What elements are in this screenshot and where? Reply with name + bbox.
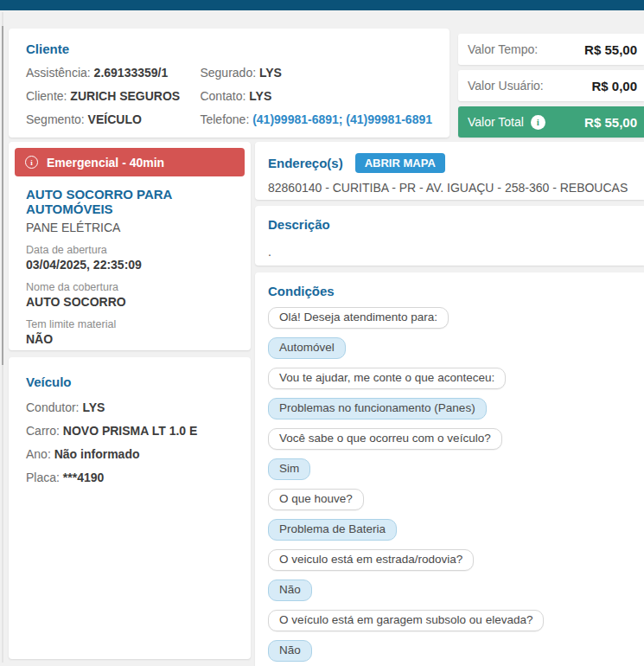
chat-bubble: Sim — [268, 458, 310, 480]
field-value: 2.69133359/1 — [94, 66, 169, 80]
field-row: Contato: LYS — [200, 85, 432, 108]
cliente-fields-right: Segurado: LYS Contato: LYS Telefone: (41… — [200, 61, 432, 131]
veiculo-card-title: Veículo — [26, 375, 233, 389]
field-value[interactable]: LYS — [259, 66, 282, 80]
field-row: Assistência: 2.69133359/1 — [26, 61, 200, 85]
descricao-card-title: Descrição — [268, 217, 631, 232]
chat-bubble: Não — [268, 580, 312, 601]
detail-value: AUTO SOCORRO — [26, 295, 233, 309]
chat-bubble: Você sabe o que ocorreu com o veículo? — [268, 428, 502, 450]
chat-bubble-row: Problemas no funcionamento (Panes) — [268, 398, 631, 419]
service-detail: Tem limite material NÃO — [26, 318, 233, 346]
field-row: Cliente: ZURICH SEGUROS — [26, 85, 200, 108]
field-value: ZURICH SEGUROS — [70, 89, 180, 103]
valor-value: R$ 0,00 — [591, 79, 637, 93]
emergency-banner-label: Emergencial - 40min — [47, 156, 164, 170]
detail-value: 03/04/2025, 22:35:09 — [26, 258, 233, 272]
info-icon[interactable]: i — [25, 156, 38, 169]
endereco-card: Endereço(s) ABRIR MAPA 82860140 - CURITI… — [255, 142, 644, 200]
field-label: Carro: — [26, 424, 60, 438]
valor-row: Valor Tempo: R$ 55,00 — [458, 34, 644, 65]
chat-bubble-row: Olá! Deseja atendimento para: — [268, 307, 631, 329]
veiculo-fields: Condutor: LYS Carro: NOVO PRISMA LT 1.0 … — [26, 396, 233, 490]
chat-bubble-row: O veículo está em garagem subsolo ou ele… — [268, 610, 631, 631]
veiculo-card: Veículo Condutor: LYS Carro: NOVO PRISMA… — [9, 357, 251, 659]
field-value[interactable]: (41)99981-6891; (41)99981-6891 — [252, 112, 432, 126]
info-icon[interactable]: i — [531, 115, 545, 130]
chat-bubble-row: O que houve? — [268, 489, 631, 510]
endereco-card-title: Endereço(s) — [268, 156, 343, 170]
valores-panel: Valor Tempo: R$ 55,00 Valor Usuário: R$ … — [458, 34, 644, 143]
field-row: Condutor: LYS — [26, 396, 233, 419]
chat-bubble: Problema de Bateria — [268, 519, 397, 541]
field-label: Contato: — [200, 89, 245, 103]
chat-bubble: Problemas no funcionamento (Panes) — [268, 398, 487, 419]
service-body: AUTO SOCORRO PARA AUTOMÓVEIS PANE ELÉTRI… — [9, 176, 251, 383]
field-row: Segurado: LYS — [200, 61, 432, 85]
field-row: Telefone: (41)99981-6891; (41)99981-6891 — [200, 108, 432, 131]
valor-label: Valor Tempo: — [468, 42, 538, 56]
valor-total-row: Valor Total i R$ 55,00 — [458, 106, 644, 138]
emergency-banner: i Emergencial - 40min — [15, 148, 245, 176]
cliente-card-title: Cliente — [26, 42, 432, 56]
service-card: i Emergencial - 40min AUTO SOCORRO PARA … — [9, 142, 251, 350]
valor-total-label: Valor Total — [468, 115, 524, 129]
chat-bubble-row: Sim — [268, 458, 631, 480]
chat-bubble: Olá! Deseja atendimento para: — [268, 307, 449, 329]
descricao-text: . — [268, 245, 631, 259]
field-label: Telefone: — [200, 112, 249, 126]
service-title: AUTO SOCORRO PARA AUTOMÓVEIS — [26, 187, 233, 216]
service-subtitle: PANE ELÉTRICA — [26, 221, 233, 234]
service-detail: Data de abertura 03/04/2025, 22:35:09 — [26, 244, 233, 272]
field-value: NOVO PRISMA LT 1.0 E — [63, 424, 198, 438]
field-label: Assistência: — [26, 66, 91, 80]
left-scrollbar-thumb[interactable] — [2, 26, 3, 365]
detail-label: Data de abertura — [26, 244, 233, 256]
condicoes-card-title: Condições — [268, 284, 631, 298]
abrir-mapa-button[interactable]: ABRIR MAPA — [355, 153, 445, 173]
left-scrollbar-track[interactable] — [2, 12, 3, 663]
top-navbar — [0, 0, 644, 10]
valor-label: Valor Usuário: — [468, 79, 544, 93]
chat-bubble-row: Você sabe o que ocorreu com o veículo? — [268, 428, 631, 450]
chat-bubble: Vou te ajudar, me conte o que aconteceu: — [268, 368, 506, 389]
field-label: Cliente: — [26, 89, 67, 103]
field-label: Segurado: — [200, 66, 256, 80]
detail-label: Tem limite material — [26, 318, 233, 330]
service-detail: Nome da cobertura AUTO SOCORRO — [26, 281, 233, 309]
chat-bubble-row: Problema de Bateria — [268, 519, 631, 541]
chat-bubble: O veiculo está em estrada/rodovia? — [268, 549, 474, 571]
field-row: Ano: Não informado — [26, 443, 233, 466]
field-value: VEÍCULO — [88, 112, 142, 126]
valor-total-value: R$ 55,00 — [584, 115, 637, 130]
field-row: Placa: ***4190 — [26, 466, 233, 490]
address-text: 82860140 - CURITIBA - PR - AV. IGUAÇU - … — [268, 181, 631, 195]
chat-bubble: O veículo está em garagem subsolo ou ele… — [268, 610, 544, 631]
condicoes-messages: Olá! Deseja atendimento para: Automóvel … — [268, 307, 631, 662]
chat-bubble-row: Vou te ajudar, me conte o que aconteceu: — [268, 368, 631, 389]
chat-bubble: Não — [268, 640, 312, 662]
chat-bubble: O que houve? — [268, 489, 364, 510]
chat-bubble-row: O veiculo está em estrada/rodovia? — [268, 549, 631, 571]
chat-bubble-row: Não — [268, 640, 631, 662]
field-row: Carro: NOVO PRISMA LT 1.0 E — [26, 419, 233, 443]
field-label: Ano: — [26, 447, 51, 461]
cliente-card: Cliente Assistência: 2.69133359/1 Client… — [9, 29, 450, 138]
detail-value: NÃO — [26, 332, 233, 346]
descricao-card: Descrição . — [255, 206, 644, 266]
valores-rows: Valor Tempo: R$ 55,00 Valor Usuário: R$ … — [458, 34, 644, 101]
field-value[interactable]: LYS — [249, 89, 271, 103]
assistance-dashboard: { "colors": { "topbar": "#0b5278", "head… — [0, 0, 644, 666]
field-value: Não informado — [54, 447, 140, 461]
field-label: Placa: — [26, 471, 60, 484]
detail-label: Nome da cobertura — [26, 281, 233, 293]
chat-bubble-row: Automóvel — [268, 337, 631, 359]
cliente-fields: Assistência: 2.69133359/1 Cliente: ZURIC… — [26, 61, 432, 131]
chat-bubble-row: Não — [268, 580, 631, 601]
condicoes-card: Condições Olá! Deseja atendimento para: … — [255, 272, 644, 666]
field-value: LYS — [82, 400, 105, 414]
endereco-header: Endereço(s) ABRIR MAPA — [268, 153, 631, 173]
valor-value: R$ 55,00 — [584, 42, 637, 57]
valor-row: Valor Usuário: R$ 0,00 — [458, 70, 644, 101]
cliente-fields-left: Assistência: 2.69133359/1 Cliente: ZURIC… — [26, 61, 200, 131]
